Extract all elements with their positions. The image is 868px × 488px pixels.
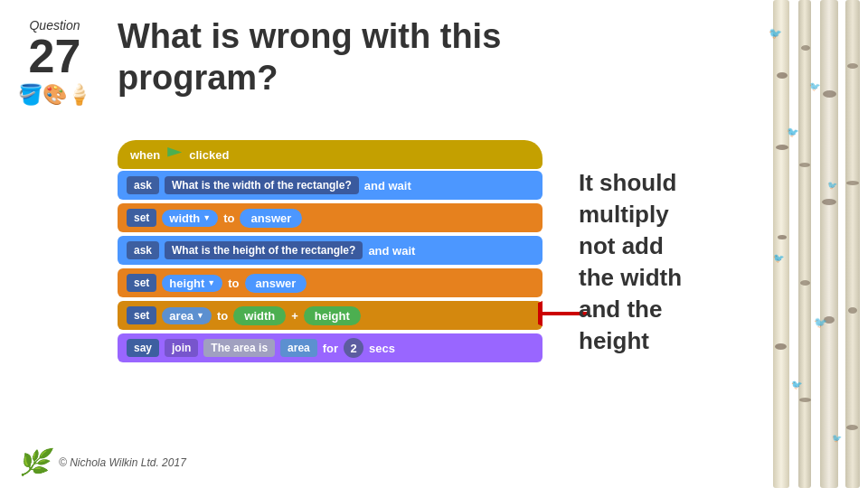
for-label: for — [323, 342, 338, 355]
block-when-clicked: when clicked — [118, 140, 542, 169]
grass-decoration: 🌿 — [18, 447, 50, 477]
ask-width-text: What is the width of the rectangle? — [165, 176, 359, 194]
width-dropdown[interactable]: width — [162, 210, 218, 227]
footer: 🌿 © Nichola Wilkin Ltd. 2017 — [18, 447, 186, 477]
plus-operator: + — [291, 309, 298, 323]
answer-panel: It should multiply not add the width and… — [579, 167, 750, 358]
to-label-3: to — [217, 309, 228, 323]
block-ask-height: ask What is the height of the rectangle?… — [118, 236, 542, 265]
answer-line-5: and the — [579, 294, 750, 325]
ask-label-1: ask — [127, 176, 159, 194]
to-label-1: to — [223, 211, 234, 225]
title-line2: program? — [118, 58, 501, 99]
number-2: 2 — [344, 338, 363, 358]
and-wait-label-1: and wait — [364, 179, 411, 192]
answer-line-3: not add — [579, 230, 750, 262]
scratch-code-blocks: when clicked ask What is the width of th… — [118, 140, 542, 366]
page-title: What is wrong with this program? — [118, 16, 501, 99]
block-set-height: set height to answer — [118, 268, 542, 297]
flag-icon — [167, 147, 182, 162]
block-set-width: set width to answer — [118, 203, 542, 232]
answer-pill-2: answer — [245, 274, 307, 293]
height-dropdown[interactable]: height — [162, 275, 222, 292]
block-say-join: say join The area is area for 2 secs — [118, 333, 542, 362]
question-number: 27 — [18, 33, 91, 80]
answer-line-2: multiply — [579, 199, 750, 230]
area-label: area — [280, 339, 317, 357]
question-icons: 🪣🎨🍦 — [18, 83, 91, 107]
block-when-label: when — [130, 148, 160, 162]
answer-line-1: It should — [579, 167, 750, 199]
ask-height-text: What is the height of the rectangle? — [165, 241, 363, 259]
secs-label: secs — [369, 342, 395, 355]
answer-line-4: the width — [579, 262, 750, 294]
join-label: join — [165, 339, 198, 357]
and-wait-label-2: and wait — [368, 244, 415, 258]
block-set-area-container: set area to width + height — [118, 301, 542, 330]
height-oval: height — [304, 306, 361, 325]
block-clicked-label: clicked — [189, 148, 229, 162]
width-oval: width — [233, 306, 286, 325]
answer-line-6: height — [579, 325, 750, 357]
background-trees: 🐦 🐦 🐦 🐦 🐦 🐦 🐦 🐦 — [764, 0, 868, 488]
ask-label-2: ask — [127, 241, 159, 259]
set-label-3: set — [127, 306, 156, 324]
area-dropdown[interactable]: area — [162, 307, 212, 324]
say-label: say — [127, 339, 159, 357]
block-set-area: set area to width + height — [118, 301, 542, 330]
block-ask-width: ask What is the width of the rectangle? … — [118, 171, 542, 200]
the-area-is-text: The area is — [203, 339, 275, 357]
set-label-2: set — [127, 274, 156, 292]
to-label-2: to — [228, 277, 239, 290]
question-badge: Question 27 🪣🎨🍦 — [18, 18, 91, 107]
answer-pill-1: answer — [240, 209, 302, 228]
title-line1: What is wrong with this — [118, 16, 501, 58]
set-label-1: set — [127, 209, 156, 227]
copyright-text: © Nichola Wilkin Ltd. 2017 — [59, 456, 186, 469]
